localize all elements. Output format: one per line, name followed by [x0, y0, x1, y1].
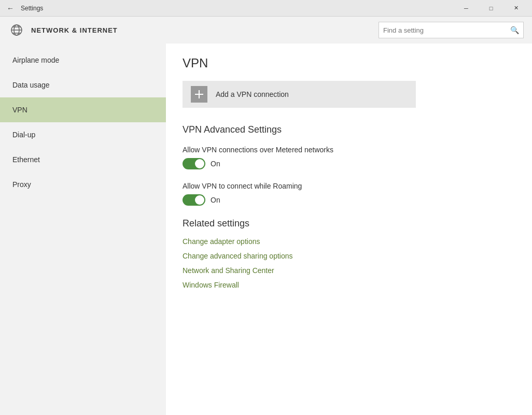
- minimize-button[interactable]: ─: [454, 0, 478, 17]
- search-box[interactable]: 🔍: [379, 22, 524, 38]
- window-controls: ─ □ ✕: [454, 0, 528, 17]
- metered-networks-label: Allow VPN connections over Metered netwo…: [183, 146, 515, 154]
- toggle-knob-2: [195, 195, 204, 205]
- roaming-label: Allow VPN to connect while Roaming: [183, 182, 515, 190]
- change-adapter-options-link[interactable]: Change adapter options: [183, 237, 515, 246]
- network-sharing-center-link[interactable]: Network and Sharing Center: [183, 266, 515, 275]
- advanced-section-title: VPN Advanced Settings: [183, 124, 515, 135]
- add-vpn-button[interactable]: Add a VPN connection: [183, 81, 416, 108]
- page-title: VPN: [183, 56, 515, 70]
- sidebar-item-airplane-mode[interactable]: Airplane mode: [0, 48, 166, 73]
- change-sharing-options-link[interactable]: Change advanced sharing options: [183, 252, 515, 260]
- add-vpn-icon: [191, 86, 207, 103]
- close-button[interactable]: ✕: [504, 0, 528, 17]
- metered-networks-control: On: [183, 158, 515, 169]
- sidebar-item-vpn[interactable]: VPN: [0, 97, 166, 122]
- windows-firewall-link[interactable]: Windows Firewall: [183, 281, 515, 289]
- roaming-control: On: [183, 194, 515, 206]
- sidebar-item-dial-up[interactable]: Dial-up: [0, 122, 166, 147]
- roaming-state: On: [211, 196, 220, 204]
- related-section-title: Related settings: [183, 218, 515, 229]
- add-vpn-label: Add a VPN connection: [216, 90, 289, 98]
- back-button[interactable]: ←: [4, 2, 17, 15]
- search-icon: 🔍: [510, 26, 519, 34]
- roaming-toggle-row: Allow VPN to connect while Roaming On: [183, 182, 515, 206]
- roaming-toggle[interactable]: [183, 194, 205, 206]
- window-title: Settings: [21, 5, 454, 12]
- search-input[interactable]: [383, 26, 510, 34]
- metered-networks-toggle[interactable]: [183, 158, 205, 169]
- network-icon: [8, 22, 25, 38]
- metered-networks-toggle-row: Allow VPN connections over Metered netwo…: [183, 146, 515, 169]
- metered-networks-state: On: [211, 160, 220, 168]
- toggle-knob-1: [195, 159, 204, 168]
- app-title: NETWORK & INTERNET: [31, 26, 379, 34]
- sidebar-item-proxy[interactable]: Proxy: [0, 172, 166, 197]
- app-header: NETWORK & INTERNET 🔍: [0, 17, 532, 44]
- sidebar: Airplane mode Data usage VPN Dial-up Eth…: [0, 44, 166, 415]
- titlebar: ← Settings ─ □ ✕: [0, 0, 532, 17]
- content-area: VPN Add a VPN connection VPN Advanced Se…: [166, 44, 532, 415]
- sidebar-item-ethernet[interactable]: Ethernet: [0, 147, 166, 172]
- main-layout: Airplane mode Data usage VPN Dial-up Eth…: [0, 44, 532, 415]
- sidebar-item-data-usage[interactable]: Data usage: [0, 73, 166, 97]
- maximize-button[interactable]: □: [479, 0, 503, 17]
